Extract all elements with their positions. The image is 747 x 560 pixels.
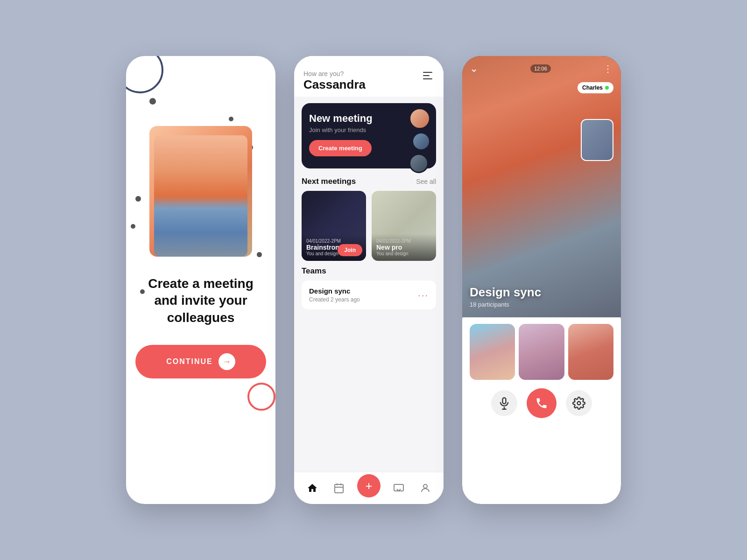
call-time: 12:06 [530,64,551,73]
deco-dot-2 [229,117,233,121]
create-meeting-label: Create meeting [318,145,362,152]
teams-title: Teams [302,266,436,276]
call-participants: 18 participants [470,301,541,308]
nav-home[interactable] [304,480,321,497]
join-button-1[interactable]: Join [338,244,362,256]
phone-1: Create a meeting and invite your colleag… [126,56,275,504]
menu-icon[interactable] [421,70,434,81]
video-background: ⌄ 12:06 ⋮ Charles Design sync 18 partici… [462,56,621,317]
svg-rect-0 [335,484,343,493]
avatar-group [409,108,430,173]
team-more-icon[interactable]: ··· [418,290,429,301]
heading-line2: and invite your [154,293,247,308]
next-meetings-header: Next meetings See all [294,175,444,191]
meeting-overlay-2: 04/01/2022-2PM New pro You and design [372,234,436,261]
deco-dot-6 [257,252,262,257]
meeting-title-2: New pro [376,244,431,251]
meeting-sub-2: You and design [376,251,431,256]
deco-dot-4 [135,196,141,202]
call-controls [491,388,592,418]
deco-dot-1 [149,98,156,105]
call-info: Design sync 18 participants [470,285,541,308]
continue-button[interactable]: CONTINUE [135,345,266,378]
end-call-button[interactable] [527,388,557,418]
call-meeting-name: Design sync [470,285,541,300]
svg-rect-4 [394,484,403,491]
join-label-1: Join [344,247,356,253]
svg-rect-6 [503,398,506,404]
new-meeting-banner: New meeting Join with your friends Creat… [302,103,436,168]
nav-profile[interactable] [417,480,434,497]
phone-2: How are you? Cassandra New meeting Join … [294,56,444,504]
microphone-button[interactable] [491,390,517,416]
create-meeting-button[interactable]: Create meeting [309,140,372,156]
see-all-link[interactable]: See all [416,178,436,185]
next-meetings-title: Next meetings [302,177,356,186]
avatar-2 [412,132,430,151]
call-top-bar: ⌄ 12:06 ⋮ [462,56,621,81]
self-view-video [581,119,613,161]
avatar-3 [409,154,429,173]
bottom-nav: + [294,472,444,504]
participant-photos [470,324,613,380]
meeting-card-2: 04/01/2022-2PM New pro You and design [372,191,436,261]
participant-photo-2 [519,324,564,380]
call-bottom-panel [462,308,621,504]
deco-dot-7 [140,289,145,294]
greeting-small: How are you? [303,70,366,77]
meeting-date-1: 04/01/2022-2PM [306,238,361,244]
continue-label: CONTINUE [166,357,213,366]
participant-photo-1 [470,324,515,380]
heading-line3: colleagues [167,310,235,325]
online-indicator [605,86,609,90]
svg-point-5 [423,484,427,488]
deco-red-circle [247,383,275,411]
settings-button[interactable] [566,390,592,416]
charles-badge: Charles [578,82,613,93]
meeting-date-2: 04/01/2022-2PM [376,238,431,244]
nav-calendar[interactable] [331,480,347,497]
team-sub-1: Created 2 years ago [309,296,360,303]
phone2-header: How are you? Cassandra [294,56,444,97]
deco-circle-1 [126,56,163,93]
svg-point-9 [578,402,581,405]
charles-name: Charles [582,84,603,91]
greeting-name: Cassandra [303,77,366,92]
chevron-down-icon[interactable]: ⌄ [470,63,478,75]
team-card-1[interactable]: Design sync Created 2 years ago ··· [302,280,436,309]
avatar-1 [409,108,430,129]
phone1-text-block: Create a meeting and invite your colleag… [148,275,254,326]
person-illustration [149,126,252,257]
arrow-icon [218,353,235,370]
phone-3: ⌄ 12:06 ⋮ Charles Design sync 18 partici… [462,56,621,504]
nav-add-button[interactable]: + [357,474,381,497]
teams-section: Teams Design sync Created 2 years ago ··… [294,261,444,311]
deco-dot-5 [131,224,135,229]
meeting-card-1: 04/01/2022-2PM Brainstrom You and design… [302,191,366,261]
meetings-row: 04/01/2022-2PM Brainstrom You and design… [294,191,444,261]
heading-line1: Create a meeting [148,276,254,291]
team-name-1: Design sync [309,287,360,295]
team-info-1: Design sync Created 2 years ago [309,287,360,303]
main-video [462,56,621,317]
more-options-icon[interactable]: ⋮ [603,63,613,74]
participant-photo-3 [568,324,613,380]
nav-messages[interactable] [390,480,407,497]
